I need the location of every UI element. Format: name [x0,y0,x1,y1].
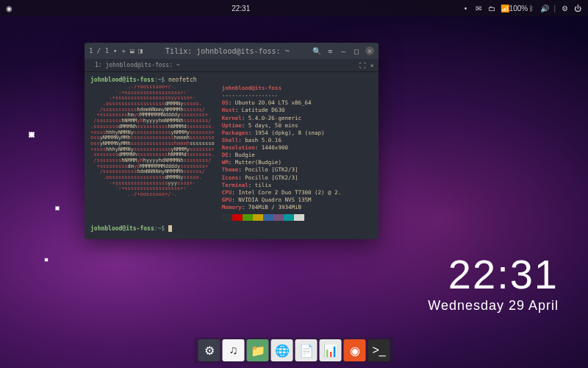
clock-date: Wednesday 29 April [428,298,559,314]
top-panel: ◉ 22:31 • ✉ 🗀 📶 100% ᛒ 🔊 | ⚙ ⏻ [0,0,588,16]
nf-line: Kernel: 5.4.0-26-generic [222,115,342,122]
dock-office2[interactable]: 📊 [320,339,342,361]
nf-line: Packages: 1954 (dpkg), 8 (snap) [222,130,342,137]
settings-gear-icon[interactable]: ⚙ [560,4,569,13]
indicator-dot-icon[interactable]: • [461,4,470,13]
dock-settings[interactable]: ⚙ [198,339,220,361]
volume-icon[interactable]: 🔊 [540,4,549,13]
bluetooth-icon[interactable]: ᛒ [527,4,536,13]
nf-line: Memory: 704MiB / 3934MiB [222,204,342,211]
nf-header: johnblood@its-foss [222,85,282,91]
desktop-clock: 22:31 Wednesday 29 April [428,250,559,314]
prompt-path: :~$ [154,77,165,83]
neofetch-info: johnblood@its-foss ----------------- OS:… [222,85,342,221]
minimize-button[interactable]: – [339,46,348,55]
color-palette [222,214,342,221]
menu-icon[interactable]: ≡ [326,46,334,55]
search-icon[interactable]: 🔍 [312,46,321,55]
neofetch-ascii-logo: .-/+oossssoo+/-. `:+ssssssssssssssssss+:… [90,85,215,221]
battery-text[interactable]: 100% [514,4,523,13]
prompt2-userhost: johnblood@its-foss [90,225,154,232]
panel-clock[interactable]: 22:31 [21,4,461,13]
nf-line: OS: Ubuntu 20.04 LTS x86_64 [222,99,342,107]
prompt-userhost: johnblood@its-foss [90,77,154,83]
entered-command: neofetch [168,77,197,83]
nf-line: Icons: Pocillo [GTK2/3] [222,174,342,182]
nf-line: Host: Latitude D630 [222,107,342,114]
pane-counter: 1 / 1 [89,47,109,54]
maximize-button[interactable]: □ [352,46,361,55]
dock-office[interactable]: 📄 [295,339,318,361]
nf-line: Shell: bash 5.0.16 [222,137,342,144]
prompt2-path: :~$ [154,225,165,232]
power-icon[interactable]: ⏻ [573,4,582,13]
window-titlebar[interactable]: 1 / 1 ▾ + ⬓ ◨ Tilix: johnblood@its-foss:… [85,43,379,59]
nf-line: GPU: NVIDIA Quadro NVS 135M [222,197,342,204]
dock-ubuntu[interactable]: ◉ [344,339,366,361]
nf-line: CPU: Intel Core 2 Duo T7300 (2) @ 2. [222,189,342,197]
pane-dropdown-icon[interactable]: ▾ [113,47,117,54]
window-title: Tilix: johnblood@its-foss: ~ [143,47,312,55]
clock-time: 22:31 [428,250,559,298]
nf-line: Theme: Pocillo [GTK2/3] [222,166,342,174]
dock-browser[interactable]: 🌐 [271,339,293,361]
cursor [168,225,172,232]
nf-dashes: ----------------- [222,92,342,99]
add-pane-icon[interactable]: + [122,47,126,54]
terminal-tabbar: 1: johnblood@its-foss: ~ ⛶ × [85,59,379,72]
files-icon[interactable]: 🗀 [487,4,496,13]
nf-line: Terminal: tilix [222,182,342,189]
close-button[interactable]: × [365,46,374,55]
tab-fullscreen-icon[interactable]: ⛶ [359,62,366,69]
nf-line: Uptime: 5 days, 50 mins [222,122,342,130]
terminal-content[interactable]: johnblood@its-foss:~$ neofetch .-/+oosss… [85,72,379,239]
terminal-tab[interactable]: 1: johnblood@its-foss: ~ [89,60,186,70]
nf-line: Resolution: 1440x900 [222,144,342,152]
nf-line: WM: Mutter(Budgie) [222,159,342,166]
dock-terminal[interactable]: >_ [368,339,390,361]
tab-close-icon[interactable]: × [370,62,374,69]
dock-music[interactable]: ♫ [223,339,245,361]
nf-line: DE: Budgie [222,152,342,159]
dock-files[interactable]: 📁 [247,339,269,361]
terminal-window: 1 / 1 ▾ + ⬓ ◨ Tilix: johnblood@its-foss:… [85,43,379,239]
activities-icon[interactable]: ◉ [6,4,21,13]
dock: ⚙♫📁🌐📄📊◉>_ [194,337,395,364]
network-icon[interactable]: 📶 [501,4,509,13]
split-down-icon[interactable]: ⬓ [130,47,134,54]
mail-icon[interactable]: ✉ [474,4,483,13]
